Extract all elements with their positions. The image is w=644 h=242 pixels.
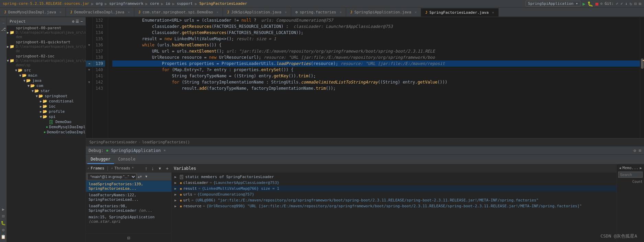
var-resource[interactable]: ▶ ● resource = {UrlResource@990} "URL [j… [172,203,617,209]
tree-item-star[interactable]: ▼ 📂 star [7,88,86,94]
tree-item-springboot01[interactable]: ▶ 📁 springboot-01-quickstart D:\learnspa… [7,40,86,54]
expand-arrow[interactable]: ▶ [40,104,42,108]
frame-item-main[interactable]: main:15, SpringSpiApplication (com.star.… [86,214,171,225]
expand-arrow[interactable]: ▶ [40,110,42,113]
tree-item-springboot00[interactable]: ▶ 📁 springboot-00-parent D:\learnspace\w… [7,25,86,40]
expand-icon[interactable]: ▶ [174,204,179,208]
tab-spring-factories[interactable]: ⚙ spring.factories × [291,8,346,16]
tree-item-DemoOracleDaoImpl[interactable]: ● DemoOracleDaoImpl [7,130,86,135]
session-close[interactable]: × [163,148,166,153]
sidebar-minus-icon[interactable]: − [80,19,83,24]
threads-label[interactable]: Threads [114,166,130,170]
expand-collapse-icon[interactable]: ⊡ [127,235,130,241]
code-content[interactable]: Enumeration<URL> urls = (classLoader != … [108,17,640,138]
tab-DemoMysqlDaoImpl[interactable]: J DemoMysqlDaoImpl.java × [0,8,66,16]
refresh-icon[interactable]: ↻ [630,1,632,6]
tab-SpringFactoriesLoader[interactable]: J SpringFactoriesLoader.java × [421,8,498,16]
tree-item-main[interactable]: ▼ 📂 main [7,73,86,78]
tab-close[interactable]: × [128,10,130,14]
bottom-icon-4[interactable]: ⚙ [2,228,4,232]
editor-main[interactable]: ▼ → ▼ ▼ 132 133 134 135 136 137 [86,17,644,138]
run-config-dropdown[interactable]: SpringSpiApplication ▾ [526,1,580,7]
expand-icon[interactable]: ▶ [174,181,179,185]
java-icon: J [227,10,229,14]
up-btn[interactable]: ↑ [144,165,149,172]
tab-label: SpringFactoriesLoader.java [429,10,488,15]
thread-filter-btn[interactable]: ▼ [143,174,149,179]
expand-icon[interactable]: ▶ [174,192,179,196]
variables-search[interactable] [618,172,643,178]
bottom-icon-3[interactable]: 🐛 [1,221,6,226]
down-btn[interactable]: ↓ [150,165,155,172]
tab-close[interactable]: × [340,10,342,14]
tree-item-src[interactable]: ▼ 📂 src [7,68,86,73]
sidebar-toggle-icon[interactable]: ⋮ [2,19,5,22]
tree-item-DemoMysqlDaoImpl[interactable]: ● DemoMysqlDaoImpl [7,124,86,130]
tab-close[interactable]: × [492,11,494,14]
frame-item-loadFactoryNames[interactable]: loadFactoryNames:122, SpringFactoriesLoa… [86,192,171,203]
tab-DemoDao[interactable]: J com.star.springboot.spi.DemoDao × [134,8,223,16]
expand-arrow[interactable]: ▶ [7,31,9,34]
tab-JdkSpiApplication[interactable]: J JdkSpiApplication.java × [223,8,291,16]
debug-session-name[interactable]: SpringSpiApplication [111,148,161,153]
memory-expand2[interactable]: ▶ [640,166,642,170]
tree-item-conditional[interactable]: ▶ 📂 conditional [7,99,86,104]
filter-btn[interactable]: ▼ [157,166,163,171]
stop-icon[interactable]: ■ [595,1,598,7]
memory-expand[interactable]: ◀ [619,166,621,170]
vcs-icon[interactable]: ⎇ [1,27,6,32]
tab-label: DemoMysqlDaoImpl.java [8,10,56,14]
expand-icon[interactable]: ▶ [174,187,179,190]
debugger-tab[interactable]: Debugger [87,155,114,164]
expand-arrow[interactable]: ▼ [15,68,17,72]
tree-item-com[interactable]: ▼ 📂 com [7,83,86,88]
bottom-icon-1[interactable]: ▶ [2,207,4,212]
tree-item-springboot02[interactable]: ▼ 📁 springboot-02-ioc D:\learnspace\work… [7,54,86,68]
frames-label[interactable]: Frames [91,166,104,170]
var-url[interactable]: ▶ ● url = (URL@986) "jar:file:/E:/maven/… [172,197,617,203]
run-icon[interactable]: ▶ [583,1,585,7]
tree-item-ioc[interactable]: ▶ 📂 ioc [7,104,86,109]
var-static-members[interactable]: ▶ S static members of SpringFactoriesLoa… [172,174,617,180]
tab-label: JdkSpiApplication.java [231,10,281,14]
tab-close[interactable]: × [285,10,287,14]
tree-item-java[interactable]: ▼ 📂 java [7,78,86,83]
expand-icon[interactable]: ⊞ [639,1,641,6]
expand-arrow[interactable]: ▶ [7,45,9,48]
frame-item-loadSpringFactories[interactable]: loadSpringFactories:139, SpringFactories… [86,181,171,192]
var-result[interactable]: ▶ ● result = {LinkedMultiValueMap@766} s… [172,186,617,191]
tree-item-profile[interactable]: ▶ 📂 profile [7,109,86,114]
expand-arrow[interactable]: ▶ [40,99,42,103]
bottom-icon-5[interactable]: 📋 [1,234,6,239]
tree-item-springboot-pkg[interactable]: ▼ 📂 springboot [7,94,86,99]
sidebar-gear-icon[interactable]: ☰ [76,19,79,24]
expand-arrow[interactable]: ▼ [27,84,30,88]
expand-panel-icon[interactable]: ⊞ [639,148,641,153]
restore-icon[interactable]: ⊡ [634,1,637,6]
tab-close[interactable]: × [415,10,417,14]
expand-icon[interactable]: ▶ [174,198,179,202]
tab-close[interactable]: × [216,10,218,14]
expand-arrow[interactable]: ▼ [32,89,34,93]
var-classLoader[interactable]: ▶ ● classLoader = {Launcher$AppClassLoad… [172,180,617,186]
thread-dropdown[interactable]: *main*@1 in group "..." [87,173,136,180]
settings-icon[interactable]: ⚙ [634,148,636,153]
tree-item-DemoDao[interactable]: I DemoDao [7,119,86,124]
expand-arrow[interactable]: ▼ [23,79,25,82]
console-tab[interactable]: Console [115,155,139,164]
var-urls[interactable]: ▶ ● urls = {CompoundEnumeration@757} [172,191,617,197]
sidebar-settings-icon[interactable]: ⚙ [72,19,75,24]
frame-item-loadFactories[interactable]: loadFactories:98, SpringFactoriesLoader … [86,203,171,214]
expand-icon[interactable]: ▶ [174,175,179,179]
debug-icon[interactable]: 🐛 [587,1,593,7]
bottom-icon-2[interactable]: ⊡ [2,214,4,219]
tree-item-spi[interactable]: ▼ 📂 spi [7,114,86,119]
tab-DemoOracleDaoImpl[interactable]: J DemoOracleDaoImpl.java × [66,8,134,16]
expand-arrow[interactable]: ▼ [7,59,9,63]
expand-arrow[interactable]: ▼ [36,94,38,98]
tab-close[interactable]: × [59,10,61,14]
tab-SpringSpiApplication[interactable]: J SpringSpiApplication.java × [346,8,421,16]
add-btn[interactable]: + [165,165,170,172]
expand-arrow[interactable]: ▼ [19,74,21,77]
expand-arrow[interactable]: ▼ [40,115,42,119]
